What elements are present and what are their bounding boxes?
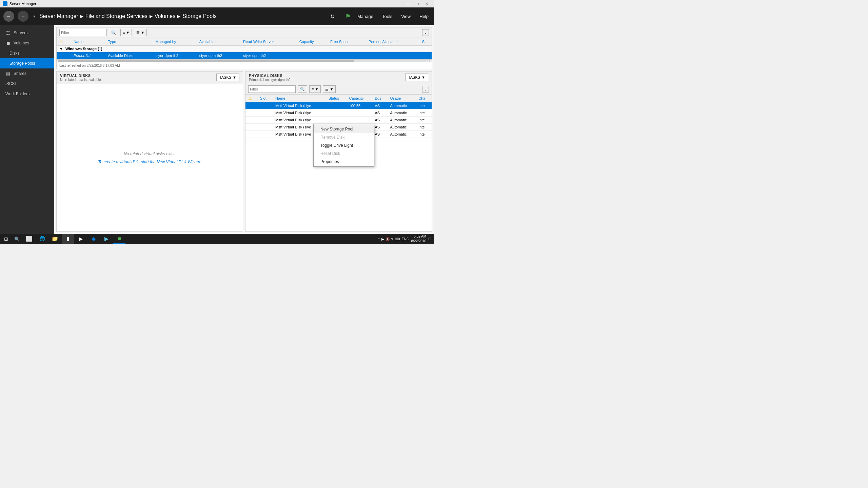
- last-refreshed: Last refreshed on 8/22/2016 6:17:03 AM: [57, 62, 432, 69]
- phys-cell-slot-0: [257, 102, 273, 109]
- taskbar-notification-icon[interactable]: ☐: [428, 237, 431, 241]
- virtual-disks-no-data: No related data is available.: [60, 78, 102, 82]
- th-managed-by[interactable]: Managed by: [153, 38, 197, 46]
- expand-button[interactable]: ⌄: [422, 29, 429, 36]
- th-free-space[interactable]: Free Space: [328, 38, 366, 46]
- phys-th-usage[interactable]: Usage: [388, 95, 416, 102]
- taskbar-network-icon: ▶: [381, 237, 384, 241]
- table-row[interactable]: Msft Virtual Disk (siye AS Automatic Int…: [245, 117, 432, 124]
- table-row[interactable]: Msft Virtual Disk (siye 100.55 AS Automa…: [245, 102, 432, 109]
- taskbar-volume-mute-icon: 🔇: [386, 237, 390, 241]
- sidebar-item-storage-pools[interactable]: Storage Pools: [0, 58, 54, 68]
- table-row[interactable]: Msft Virtual Disk (siye AS Automatic Int…: [245, 109, 432, 117]
- sidebar-item-volumes[interactable]: ◼ Volumes: [0, 38, 54, 48]
- sidebar-label-storage-pools: Storage Pools: [9, 61, 35, 66]
- start-button[interactable]: ⊞: [0, 234, 12, 244]
- th-type[interactable]: Type: [105, 38, 153, 46]
- th-rw-server[interactable]: Read-Write Server: [240, 38, 297, 46]
- taskbar-time[interactable]: 6:32 AM 8/22/2016: [411, 234, 427, 244]
- phys-th-cha[interactable]: Cha: [416, 95, 432, 102]
- phys-th-capacity[interactable]: Capacity: [347, 95, 372, 102]
- taskbar-app-edge[interactable]: 🌐: [36, 234, 48, 244]
- taskbar-app-arrow[interactable]: ▶: [75, 234, 87, 244]
- sidebar-item-iscsi[interactable]: iSCSI: [0, 79, 54, 89]
- phys-cell-capacity-0: 100.55: [347, 102, 372, 109]
- phys-view-toggle-btn[interactable]: ≡ ▼: [309, 85, 321, 93]
- taskbar-app-blue[interactable]: ◆: [87, 234, 100, 244]
- breadcrumb-file-storage[interactable]: File and Storage Services: [85, 13, 147, 19]
- table-row[interactable]: Primordial Available Disks siyer-dpm-th2…: [57, 52, 432, 59]
- phys-cell-usage-0: Automatic: [388, 102, 416, 109]
- refresh-button[interactable]: ↻: [330, 13, 335, 20]
- breadcrumb-storage-pools[interactable]: Storage Pools: [182, 13, 217, 19]
- horizontal-scrollbar[interactable]: ›: [57, 59, 432, 62]
- view-toggle-btn[interactable]: ≡ ▼: [120, 29, 132, 36]
- sidebar-item-servers[interactable]: ☷ Servers: [0, 28, 54, 38]
- phys-expand-button[interactable]: ⌄: [422, 86, 429, 93]
- create-virtual-disk-link[interactable]: To create a virtual disk, start the New …: [98, 160, 201, 164]
- taskbar-app-ps[interactable]: ▶: [100, 234, 113, 244]
- context-menu-reset-disk: Reset Disk: [314, 149, 374, 158]
- phys-th-name[interactable]: Name: [273, 95, 326, 102]
- virtual-disks-body: No related virtual disks exist. To creat…: [57, 84, 243, 231]
- virtual-disks-tasks-button[interactable]: TASKS ▼: [216, 74, 239, 81]
- th-warning: ⚠: [57, 38, 71, 46]
- sidebar-item-disks[interactable]: Disks: [0, 48, 54, 58]
- nav-separator: |: [339, 14, 340, 18]
- phys-tasks-label: TASKS: [408, 75, 420, 79]
- back-button[interactable]: ←: [3, 11, 14, 22]
- flag-icon: ⚑: [345, 13, 351, 20]
- minimize-button[interactable]: ─: [403, 1, 412, 7]
- th-capacity[interactable]: Capacity: [297, 38, 328, 46]
- taskbar-app-task-view[interactable]: ⬜: [23, 234, 35, 244]
- manage-menu[interactable]: Manage: [355, 13, 375, 20]
- nav-dropdown-arrow[interactable]: ▼: [33, 15, 36, 18]
- phys-th-status[interactable]: Status: [326, 95, 347, 102]
- phys-cell-name-0: Msft Virtual Disk (siye: [273, 102, 326, 109]
- phys-th-slot[interactable]: Slot: [257, 95, 273, 102]
- phys-search-button[interactable]: 🔍: [298, 85, 307, 93]
- sidebar-label-work-folders: Work Folders: [5, 92, 29, 96]
- th-name[interactable]: Name: [71, 38, 105, 46]
- taskbar-app-server-manager[interactable]: ■: [113, 234, 125, 244]
- close-button[interactable]: ✕: [422, 1, 431, 7]
- breadcrumb-volumes[interactable]: Volumes: [155, 13, 175, 19]
- maximize-button[interactable]: □: [413, 1, 422, 7]
- view-menu[interactable]: View: [399, 13, 413, 20]
- physical-disks-tasks-button[interactable]: TASKS ▼: [405, 74, 428, 81]
- servers-icon: ☷: [5, 30, 11, 36]
- sidebar-item-work-folders[interactable]: Work Folders: [0, 89, 54, 99]
- shares-icon: ▤: [5, 71, 11, 76]
- nav-right: ↻ | ⚑ Manage Tools View Help: [330, 13, 431, 20]
- group-btn[interactable]: ☰ ▼: [134, 29, 147, 36]
- cell-percent-alloc: [366, 52, 419, 59]
- breadcrumb-server-manager[interactable]: Server Manager: [39, 13, 78, 19]
- th-percent-alloc[interactable]: Percent Allocated: [366, 38, 419, 46]
- sidebar-item-shares[interactable]: ▤ Shares: [0, 68, 54, 79]
- storage-pools-filter[interactable]: [59, 29, 107, 36]
- help-menu[interactable]: Help: [417, 13, 431, 20]
- cell-type: Available Disks: [105, 52, 153, 59]
- search-button[interactable]: 🔍: [109, 29, 118, 36]
- th-s[interactable]: S: [419, 38, 432, 46]
- taskbar-search-button[interactable]: 🔍: [12, 234, 22, 244]
- taskbar-app-cmd[interactable]: ▮: [62, 234, 74, 244]
- phys-group-btn[interactable]: ☰ ▼: [323, 85, 336, 93]
- phys-cell-status-0: [326, 102, 347, 109]
- phys-th-bus[interactable]: Bus: [372, 95, 387, 102]
- sidebar-label-disks: Disks: [9, 51, 19, 56]
- time-display: 6:32 AM: [411, 234, 427, 239]
- taskbar-app-explorer[interactable]: 📁: [49, 234, 61, 244]
- forward-button[interactable]: →: [18, 11, 28, 22]
- tools-menu[interactable]: Tools: [380, 13, 394, 20]
- physical-disks-filter[interactable]: [248, 85, 296, 93]
- context-menu-properties[interactable]: Properties: [314, 158, 374, 166]
- context-menu-new-storage-pool[interactable]: New Storage Pool...: [314, 125, 374, 133]
- phys-cell-cha-0: Inte: [416, 102, 432, 109]
- sidebar-label-servers: Servers: [14, 30, 27, 35]
- cell-available-to: siyer-dpm-th2: [197, 52, 240, 59]
- th-available-to[interactable]: Available to: [197, 38, 240, 46]
- physical-disks-panel: PHYSICAL DISKS Primordial on siyer-dpm-t…: [245, 71, 432, 232]
- taskbar-caret-icon[interactable]: ⌃: [377, 237, 380, 241]
- context-menu-toggle-drive-light[interactable]: Toggle Drive Light: [314, 141, 374, 149]
